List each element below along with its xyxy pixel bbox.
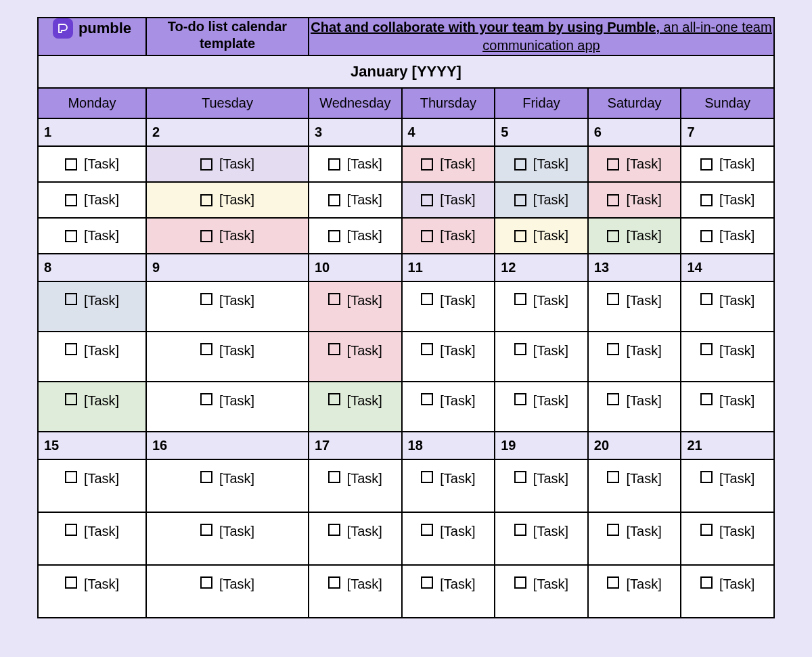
task-cell[interactable]: [Task]: [403, 183, 495, 217]
task-cell[interactable]: [Task]: [309, 219, 401, 253]
task-cell[interactable]: [Task]: [39, 219, 145, 253]
task-cell[interactable]: [Task]: [309, 147, 401, 181]
task-cell[interactable]: [Task]: [39, 513, 145, 564]
checkbox-icon[interactable]: [700, 230, 713, 242]
checkbox-icon[interactable]: [328, 293, 340, 305]
task-cell[interactable]: [Task]: [309, 282, 401, 331]
checkbox-icon[interactable]: [421, 576, 433, 589]
task-cell[interactable]: [Task]: [403, 332, 495, 381]
task-cell[interactable]: [Task]: [495, 147, 587, 181]
checkbox-icon[interactable]: [607, 393, 619, 405]
task-cell[interactable]: [Task]: [147, 183, 308, 217]
checkbox-icon[interactable]: [200, 343, 212, 355]
checkbox-icon[interactable]: [514, 576, 526, 589]
promo-link[interactable]: Chat and collaborate with your team by u…: [311, 20, 771, 53]
task-cell[interactable]: [Task]: [495, 382, 587, 431]
task-cell[interactable]: [Task]: [495, 332, 587, 381]
task-cell[interactable]: [Task]: [589, 282, 681, 331]
task-cell[interactable]: [Task]: [681, 219, 773, 253]
task-cell[interactable]: [Task]: [589, 460, 681, 512]
checkbox-icon[interactable]: [65, 230, 77, 242]
task-cell[interactable]: [Task]: [147, 282, 308, 331]
checkbox-icon[interactable]: [514, 230, 526, 242]
checkbox-icon[interactable]: [700, 471, 713, 483]
checkbox-icon[interactable]: [200, 293, 212, 305]
checkbox-icon[interactable]: [421, 194, 433, 206]
task-cell[interactable]: [Task]: [403, 566, 495, 617]
checkbox-icon[interactable]: [514, 194, 526, 206]
checkbox-icon[interactable]: [607, 230, 619, 242]
task-cell[interactable]: [Task]: [681, 183, 773, 217]
task-cell[interactable]: [Task]: [309, 332, 401, 381]
checkbox-icon[interactable]: [700, 293, 713, 305]
task-cell[interactable]: [Task]: [309, 566, 401, 617]
task-cell[interactable]: [Task]: [39, 332, 145, 381]
task-cell[interactable]: [Task]: [309, 183, 401, 217]
task-cell[interactable]: [Task]: [681, 513, 773, 564]
checkbox-icon[interactable]: [700, 524, 713, 536]
checkbox-icon[interactable]: [328, 343, 340, 355]
task-cell[interactable]: [Task]: [39, 183, 145, 217]
task-cell[interactable]: [Task]: [495, 219, 587, 253]
checkbox-icon[interactable]: [328, 576, 340, 589]
checkbox-icon[interactable]: [607, 524, 619, 536]
checkbox-icon[interactable]: [514, 343, 526, 355]
checkbox-icon[interactable]: [65, 158, 77, 171]
task-cell[interactable]: [Task]: [495, 282, 587, 331]
task-cell[interactable]: [Task]: [495, 513, 587, 564]
checkbox-icon[interactable]: [65, 293, 77, 305]
checkbox-icon[interactable]: [328, 524, 340, 536]
checkbox-icon[interactable]: [65, 194, 77, 206]
checkbox-icon[interactable]: [514, 158, 526, 171]
checkbox-icon[interactable]: [700, 393, 713, 405]
task-cell[interactable]: [Task]: [681, 147, 773, 181]
checkbox-icon[interactable]: [421, 393, 433, 405]
checkbox-icon[interactable]: [200, 576, 212, 589]
checkbox-icon[interactable]: [65, 393, 77, 405]
task-cell[interactable]: [Task]: [495, 566, 587, 617]
checkbox-icon[interactable]: [700, 576, 713, 589]
task-cell[interactable]: [Task]: [403, 513, 495, 564]
task-cell[interactable]: [Task]: [403, 382, 495, 431]
checkbox-icon[interactable]: [700, 343, 713, 355]
task-cell[interactable]: [Task]: [309, 513, 401, 564]
checkbox-icon[interactable]: [607, 194, 619, 206]
checkbox-icon[interactable]: [421, 471, 433, 483]
task-cell[interactable]: [Task]: [681, 460, 773, 512]
checkbox-icon[interactable]: [200, 524, 212, 536]
task-cell[interactable]: [Task]: [589, 147, 681, 181]
task-cell[interactable]: [Task]: [589, 566, 681, 617]
checkbox-icon[interactable]: [328, 158, 340, 171]
checkbox-icon[interactable]: [65, 471, 77, 483]
task-cell[interactable]: [Task]: [681, 282, 773, 331]
checkbox-icon[interactable]: [200, 393, 212, 405]
task-cell[interactable]: [Task]: [495, 460, 587, 512]
checkbox-icon[interactable]: [514, 393, 526, 405]
task-cell[interactable]: [Task]: [147, 382, 308, 431]
task-cell[interactable]: [Task]: [403, 460, 495, 512]
task-cell[interactable]: [Task]: [403, 219, 495, 253]
task-cell[interactable]: [Task]: [589, 219, 681, 253]
checkbox-icon[interactable]: [607, 158, 619, 171]
task-cell[interactable]: [Task]: [495, 183, 587, 217]
task-cell[interactable]: [Task]: [403, 282, 495, 331]
task-cell[interactable]: [Task]: [39, 147, 145, 181]
checkbox-icon[interactable]: [421, 343, 433, 355]
checkbox-icon[interactable]: [607, 293, 619, 305]
task-cell[interactable]: [Task]: [147, 566, 308, 617]
task-cell[interactable]: [Task]: [39, 282, 145, 331]
task-cell[interactable]: [Task]: [147, 332, 308, 381]
task-cell[interactable]: [Task]: [39, 460, 145, 512]
checkbox-icon[interactable]: [514, 293, 526, 305]
checkbox-icon[interactable]: [200, 230, 212, 242]
checkbox-icon[interactable]: [421, 293, 433, 305]
checkbox-icon[interactable]: [700, 158, 713, 171]
checkbox-icon[interactable]: [328, 230, 340, 242]
task-cell[interactable]: [Task]: [147, 219, 308, 253]
checkbox-icon[interactable]: [328, 471, 340, 483]
checkbox-icon[interactable]: [65, 343, 77, 355]
task-cell[interactable]: [Task]: [39, 382, 145, 431]
task-cell[interactable]: [Task]: [681, 332, 773, 381]
task-cell[interactable]: [Task]: [309, 460, 401, 512]
task-cell[interactable]: [Task]: [147, 460, 308, 512]
